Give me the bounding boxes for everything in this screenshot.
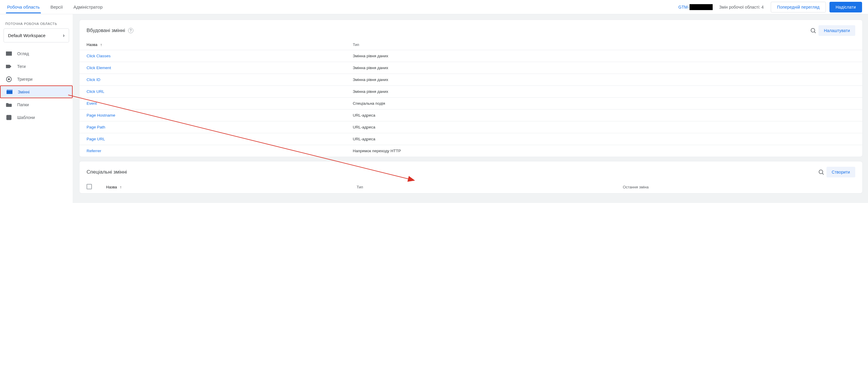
search-button[interactable] [808,25,818,36]
variable-link[interactable]: Page Path [87,125,105,129]
col-header-checkbox[interactable] [80,180,99,193]
variable-type: Змінна рівня даних [346,50,627,62]
svg-point-10 [811,28,815,32]
variable-link[interactable]: Click Classes [87,54,111,58]
trigger-icon [5,76,12,82]
chevron-right-icon: › [63,32,65,38]
sidebar-item-trigger[interactable]: Тригери [0,73,73,85]
svg-line-11 [814,32,815,33]
search-button[interactable] [816,167,827,177]
tab-versions[interactable]: Версії [49,0,64,13]
folder-icon [5,103,12,107]
variable-link[interactable]: Click Element [87,65,111,70]
svg-line-13 [823,173,824,174]
variable-type: Змінна рівня даних [346,86,627,97]
table-row[interactable]: Click ElementЗмінна рівня даних [80,62,862,74]
variable-type: URL-адреса [346,133,627,145]
workspace-picker[interactable]: Default Workspace › [4,28,69,42]
svg-point-12 [819,170,823,174]
table-row[interactable]: ReferrerНапрямок переходу HTTP [80,145,862,157]
table-row[interactable]: EventСпеціальна подія [80,97,862,110]
table-row[interactable]: Click IDЗмінна рівня даних [80,74,862,86]
col-header-type[interactable]: Тип [346,39,627,50]
svg-rect-0 [6,51,12,55]
sidebar-item-label: Огляд [17,51,29,56]
col-header-name[interactable]: Назва ↑ [80,39,346,50]
sidebar-item-folder[interactable]: Папки [0,98,73,111]
variable-type: Спеціальна подія [346,97,627,110]
tab-workspace[interactable]: Робоча область [6,0,41,13]
svg-point-3 [8,78,10,80]
col-header-type[interactable]: Тип [349,180,616,193]
container-id-redacted [689,4,713,10]
variable-link[interactable]: Page Hostname [87,113,115,117]
submit-button[interactable]: Надіслати [830,2,862,12]
variable-type: URL-адреса [346,110,627,121]
variable-icon [6,89,13,95]
tab-admin[interactable]: Адміністратор [72,0,104,13]
sidebar-item-tag[interactable]: Теги [0,60,73,73]
custom-variables-card: Спеціальні змінні Створити Назва [79,161,863,194]
sort-asc-icon: ↑ [120,185,122,189]
variable-type: Змінна рівня даних [346,74,627,86]
svg-rect-1 [6,55,12,56]
search-icon [810,27,816,34]
variable-link[interactable]: Referrer [87,149,101,153]
table-row[interactable]: Click URLЗмінна рівня даних [80,86,862,97]
checkbox-icon [87,184,92,189]
variable-link[interactable]: Click ID [87,78,100,82]
variable-type: Напрямок переходу HTTP [346,145,627,157]
variable-type: Змінна рівня даних [346,62,627,74]
svg-rect-6 [9,89,9,91]
container-id[interactable]: GTM- [678,4,713,10]
svg-rect-9 [7,115,11,120]
sidebar-item-template[interactable]: Шаблони [0,111,73,124]
overview-icon [5,51,12,56]
svg-rect-4 [6,90,12,94]
create-button[interactable]: Створити [827,167,855,177]
custom-variables-table: Назва ↑ Тип Остання зміна [80,180,862,193]
workspace-name: Default Workspace [8,33,45,38]
sidebar-item-label: Папки [17,103,29,107]
preview-button[interactable]: Попередній перегляд [771,2,826,12]
container-id-prefix: GTM- [678,5,689,9]
top-nav: Робоча областьВерсіїАдміністратор GTM- З… [0,0,868,14]
table-row[interactable]: Page PathURL-адреса [80,121,862,133]
sidebar-item-label: Змінні [18,90,30,94]
sidebar-item-label: Теги [17,64,26,69]
tag-icon [5,64,12,69]
col-header-last-change[interactable]: Остання зміна [616,180,862,193]
variable-link[interactable]: Click URL [87,89,104,94]
svg-rect-5 [7,89,8,91]
template-icon [5,115,12,120]
sidebar-item-label: Шаблони [17,115,35,120]
table-row[interactable]: Page URLURL-адреса [80,133,862,145]
builtin-title: Вбудовані змінні [87,28,125,33]
svg-rect-8 [11,89,12,91]
builtin-variables-card: Вбудовані змінні ? Налаштувати Назва ↑ [79,20,863,157]
table-row[interactable]: Click ClassesЗмінна рівня даних [80,50,862,62]
sidebar-item-overview[interactable]: Огляд [0,47,73,60]
configure-button[interactable]: Налаштувати [818,25,855,36]
search-icon [818,169,825,175]
variable-type: URL-адреса [346,121,627,133]
col-header-name[interactable]: Назва ↑ [99,180,349,193]
workspace-changes-count[interactable]: Змін робочої області: 4 [719,5,764,9]
variable-link[interactable]: Event [87,101,97,106]
sidebar-item-label: Тригери [17,77,33,82]
sidebar-item-variable[interactable]: Змінні [0,85,73,98]
main-content: Вбудовані змінні ? Налаштувати Назва ↑ [73,14,868,203]
sort-asc-icon: ↑ [100,42,102,47]
table-row[interactable]: Page HostnameURL-адреса [80,110,862,121]
current-workspace-label: ПОТОЧНА РОБОЧА ОБЛАСТЬ [0,19,73,28]
variable-link[interactable]: Page URL [87,137,105,141]
sidebar: ПОТОЧНА РОБОЧА ОБЛАСТЬ Default Workspace… [0,14,73,203]
svg-rect-7 [10,89,11,91]
custom-title: Спеціальні змінні [87,169,127,175]
builtin-variables-table: Назва ↑ Тип Click ClassesЗмінна рівня да… [80,39,862,157]
help-icon[interactable]: ? [128,28,133,33]
